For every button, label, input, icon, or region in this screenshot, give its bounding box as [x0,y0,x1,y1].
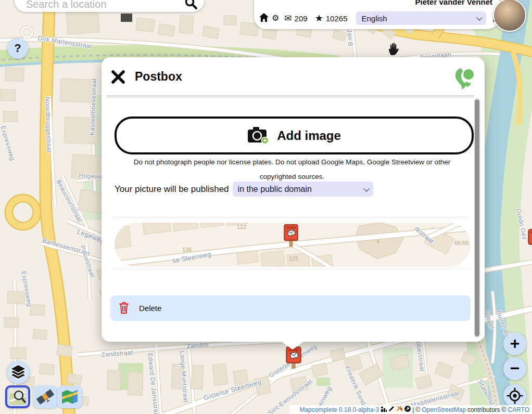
license-prefix: Your picture will be published [115,184,229,195]
mapcomplete-version-link[interactable]: Mapcomplete 0.18.0-alpha-3 [299,406,379,413]
home-icon[interactable] [259,12,269,24]
minus-icon: − [510,360,520,377]
basemap-style-satellite[interactable] [33,385,58,408]
changesets-count: 10265 [326,14,348,23]
username: Pieter vander Vennet [415,0,492,6]
postbox-marker[interactable] [284,223,298,252]
layers-icon [9,363,28,382]
postbox-dialog: Postbox Add image Do not photograph peop… [102,57,485,342]
delete-button[interactable]: Delete [110,295,471,321]
pencil-icon[interactable] [388,406,395,413]
report-icon[interactable] [404,406,411,413]
mapcomplete-logo-icon [454,68,474,93]
folded-map-icon [60,389,79,405]
add-image-label: Add image [277,128,341,143]
house-number: 125 [289,255,298,262]
messages-count: 209 [295,14,308,23]
postbox-marker-edge[interactable] [528,229,532,252]
avatar[interactable] [493,0,526,32]
search-icon[interactable] [184,0,198,12]
layers-button[interactable] [7,361,30,384]
osm-link[interactable]: OpenStreetMap [422,406,466,413]
divider [112,217,470,217]
attribution-divider: | [412,406,414,413]
star-icon: ★ [315,14,323,23]
postbox-icon [528,229,532,250]
house-number: 4 [376,238,379,244]
scrollbar-thumb[interactable] [475,99,479,337]
construction-icon[interactable] [396,406,403,413]
mapcomplete-app: { "search": { "placeholder": "Search a l… [0,0,532,414]
basemap-style-osm[interactable] [5,385,30,408]
add-image-button[interactable]: Add image [115,117,474,154]
contributors-text: contributors [467,406,500,413]
crosshair-icon [504,385,525,406]
gear-icon[interactable]: ⚙ [272,14,279,22]
dialog-scrollbar[interactable] [474,98,480,338]
osm-map-icon [9,389,27,405]
house-number: 136 [182,247,192,253]
plus-icon: + [510,335,520,352]
postbox-icon [284,223,298,250]
carto-link[interactable]: CARTO [508,406,529,413]
copyright-sign: © [502,406,506,413]
help-button[interactable]: ? [7,38,28,59]
trash-icon [119,301,129,316]
geolocate-button[interactable] [503,384,526,407]
search-input[interactable] [25,0,183,11]
license-select[interactable]: in the public domain [233,182,373,197]
postbox-icon [286,346,301,370]
license-row: Your picture will be published in the pu… [115,182,373,197]
language-select-wrap: English [356,11,486,25]
help-label: ? [14,42,21,55]
dialog-minimap[interactable]: 122 136 125 4 66;66 se Steenweg rkstraat [115,223,471,267]
dialog-title: Postbox [135,70,182,84]
delete-label: Delete [139,304,161,313]
postbox-marker[interactable] [286,346,301,372]
satellite-icon [36,388,55,406]
camera-icon [247,125,269,146]
zoom-out-button[interactable]: − [503,357,526,380]
dialog-pointer [280,341,305,350]
divider [112,269,470,269]
user-top-bar: Pieter vander Vennet ⚙ ✉ 209 ★ 10265 Eng… [254,0,500,29]
hand-cursor-icon [387,42,400,58]
street-label: Jan B [346,29,354,47]
image-upload-note: Do not photograph people nor license pla… [120,155,464,184]
search-bar[interactable] [15,0,204,12]
language-select[interactable]: English [356,11,486,25]
scroll-shadow [107,95,474,99]
license-select-wrap: in the public domain [233,182,373,197]
statistics-icon[interactable] [381,406,387,413]
close-icon[interactable] [111,70,125,84]
mail-icon[interactable]: ✉ [284,14,292,23]
house-number: 66;66 [454,240,469,246]
basemap-style-map[interactable] [57,385,82,408]
zoom-in-button[interactable]: + [503,332,526,355]
attribution-bar: Mapcomplete 0.18.0-alpha-3 | © OpenStree… [289,405,532,414]
copyright-sign: © [415,406,420,413]
house-number: 122 [237,224,246,230]
